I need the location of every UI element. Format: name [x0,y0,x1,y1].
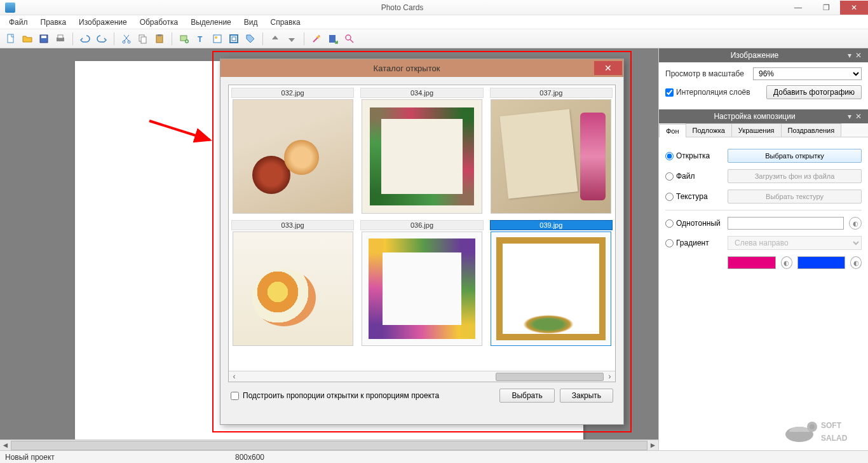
bg-solid-radio[interactable]: Однотонный [665,219,722,228]
minimize-button[interactable]: — [784,1,812,15]
color-picker-icon[interactable]: ◐ [849,217,862,230]
scroll-thumb[interactable] [11,441,648,450]
interpolation-checkbox[interactable]: Интерполяция слоёв [665,88,761,97]
panel-close-icon[interactable]: ✕ [854,112,863,121]
thumbnail-item[interactable]: 032.jpg [231,88,354,214]
thumbnail-item[interactable]: 036.jpg [360,220,483,346]
scroll-right-icon[interactable]: › [604,372,615,381]
zoom-icon[interactable] [342,32,356,46]
interpolation-input[interactable] [665,88,674,97]
select-card-button[interactable]: Выбрать открытку [728,149,862,163]
annotation-arrow-icon [146,114,216,148]
load-file-button[interactable]: Загрузить фон из файла [728,169,862,183]
menu-select[interactable]: Выделение [184,17,238,28]
select-texture-button[interactable]: Выбрать текстуру [728,190,862,204]
panel-composition-header: Настройка композиции ▾ ✕ [659,109,868,123]
dialog-body: 032.jpg034.jpg037.jpg033.jpg036.jpg039.j… [220,77,623,424]
menu-image[interactable]: Изображение [72,17,133,28]
thumbnail-item[interactable]: 037.jpg [490,88,613,214]
fit-proportions-checkbox[interactable]: Подстроить пропорции открытки к пропорци… [231,391,494,400]
scroll-right-icon[interactable]: ► [648,440,658,451]
select-button[interactable]: Выбрать [499,389,554,403]
thumbnail-image[interactable] [362,99,482,214]
gradient-color1-swatch[interactable] [728,256,776,269]
toolbar: T [0,29,868,48]
thumbnail-label: 034.jpg [360,88,483,98]
gradient-direction-select[interactable]: Слева направо [728,236,862,250]
tab-decorations[interactable]: Украшения [731,123,782,137]
bg-file-radio[interactable]: Файл [665,172,722,181]
thumbnail-item[interactable]: 039.jpg [490,220,613,346]
panel-image-body: Просмотр в масштабе 96% Интерполяция сло… [659,62,868,109]
window-buttons: — ❐ ✕ [784,1,868,15]
thumbnail-label: 033.jpg [231,220,354,230]
thumbnail-image[interactable] [233,232,353,346]
scale-select[interactable]: 96% [753,67,862,80]
panel-pin-icon[interactable]: ▾ [845,51,854,60]
fit-checkbox-input[interactable] [231,392,239,400]
save-as-icon[interactable] [326,32,340,46]
paste-icon[interactable] [153,32,166,46]
text-icon[interactable]: T [194,32,208,46]
dialog-titlebar[interactable]: Каталог открыток ✕ [220,59,623,77]
horizontal-scrollbar[interactable]: ◄ ► [0,439,658,450]
close-button[interactable]: Закрыть [560,389,613,403]
status-bar: Новый проект 800x600 [0,450,868,463]
separator [72,32,73,45]
thumbnail-image[interactable] [362,232,482,346]
thumbnail-label: 039.jpg [490,220,613,230]
add-image-icon[interactable] [177,32,191,46]
interpolation-label: Интерполяция слоёв [676,88,750,97]
dialog-close-button[interactable]: ✕ [594,61,622,75]
svg-rect-2 [41,36,46,38]
panel-close-icon[interactable]: ✕ [854,51,863,60]
color-picker-icon[interactable]: ◐ [781,256,792,269]
tag-icon[interactable] [243,32,257,46]
menu-file[interactable]: Файл [3,17,34,28]
undo-icon[interactable] [78,32,92,46]
status-project: Новый проект [5,453,55,462]
thumbnail-image[interactable] [491,232,611,346]
copy-icon[interactable] [136,32,150,46]
open-icon[interactable] [20,32,34,46]
clipart-icon[interactable] [210,32,224,46]
panel-image-header: Изображение ▾ ✕ [659,48,868,62]
scroll-thumb[interactable] [496,373,604,381]
thumbnail-item[interactable]: 034.jpg [360,88,483,214]
bg-card-radio[interactable]: Открытка [665,151,722,160]
thumbnail-image[interactable] [233,99,353,214]
new-icon[interactable] [4,32,18,46]
menu-help[interactable]: Справка [264,17,307,28]
down-icon[interactable] [285,32,299,46]
scroll-left-icon[interactable]: ◄ [0,440,11,451]
tab-underlay[interactable]: Подложка [686,123,732,137]
status-dimensions: 800x600 [235,453,264,462]
print-icon[interactable] [53,32,67,46]
close-button[interactable]: ✕ [840,1,868,15]
up-icon[interactable] [268,32,282,46]
dialog-scrollbar[interactable]: ‹ › [229,371,615,382]
panel-composition-body: Открытка Выбрать открытку Файл Загрузить… [659,137,868,280]
cut-icon[interactable] [119,32,133,46]
thumbnail-item[interactable]: 033.jpg [231,220,354,346]
frame-icon[interactable] [227,32,241,46]
menu-process[interactable]: Обработка [133,17,185,28]
thumbnail-image[interactable] [491,99,611,214]
fit-checkbox-label: Подстроить пропорции открытки к пропорци… [243,391,439,400]
wand-icon[interactable] [309,32,323,46]
bg-texture-radio[interactable]: Текстура [665,192,722,201]
color-picker-icon[interactable]: ◐ [850,256,862,269]
menu-view[interactable]: Вид [238,17,264,28]
tab-background[interactable]: Фон [659,124,686,137]
tab-greetings[interactable]: Поздравления [781,123,842,137]
gradient-color2-swatch[interactable] [797,256,846,269]
add-photo-button[interactable]: Добавить фотографию [766,85,862,99]
scroll-left-icon[interactable]: ‹ [229,372,240,381]
maximize-button[interactable]: ❐ [812,1,840,15]
bg-gradient-radio[interactable]: Градиент [665,238,722,247]
save-icon[interactable] [37,32,51,46]
redo-icon[interactable] [95,32,109,46]
panel-pin-icon[interactable]: ▾ [845,112,854,121]
solid-color-swatch[interactable] [728,217,844,230]
menu-edit[interactable]: Правка [34,17,73,28]
